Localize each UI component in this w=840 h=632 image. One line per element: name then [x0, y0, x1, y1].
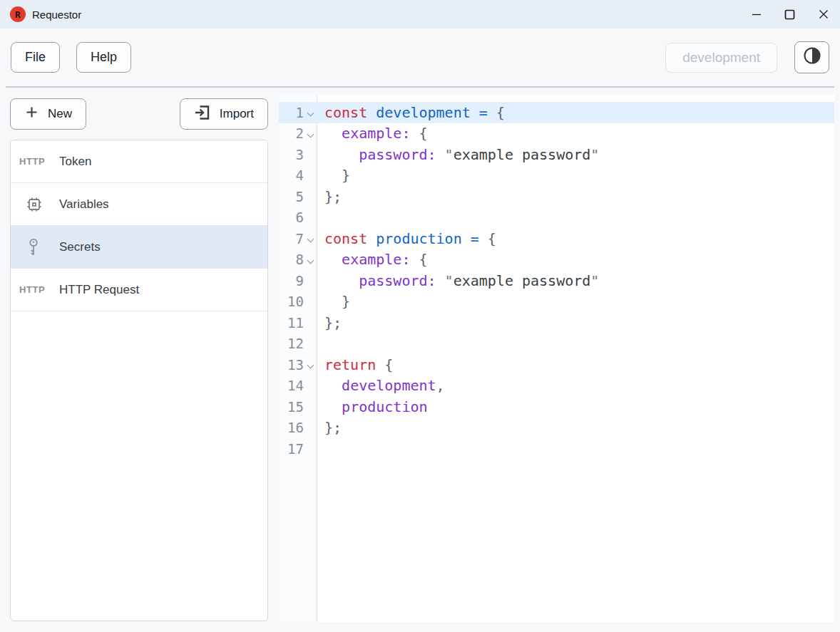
- editor-line-15[interactable]: 15 production: [279, 396, 834, 418]
- fold-arrow[interactable]: [304, 131, 317, 136]
- line-number: 16: [279, 420, 304, 435]
- app-logo-letter: R: [15, 9, 21, 20]
- sidebar-list: HTTPTokenVariablesSecretsHTTPHTTP Reques…: [10, 140, 268, 621]
- code-line: const development = {: [317, 104, 505, 121]
- code-line: password: "example password": [317, 272, 599, 289]
- code-line: };: [317, 314, 342, 331]
- code-editor[interactable]: 1const development = {2 example: {3 pass…: [279, 95, 834, 622]
- sidebar-actions: New Import: [10, 98, 268, 130]
- line-number: 10: [279, 294, 304, 309]
- code-line: const production = {: [317, 230, 496, 247]
- editor-line-16[interactable]: 16};: [279, 418, 834, 439]
- line-number: 4: [279, 167, 304, 183]
- import-icon: [194, 104, 211, 125]
- line-number: 14: [279, 378, 304, 393]
- line-number: 9: [279, 273, 304, 289]
- titlebar: R Requestor: [0, 0, 840, 29]
- window-controls: [739, 0, 840, 29]
- line-number: 1: [279, 105, 304, 120]
- new-button[interactable]: New: [10, 98, 86, 130]
- sidebar-item-label: Variables: [59, 197, 109, 212]
- key-icon: [19, 238, 59, 257]
- maximize-icon[interactable]: [773, 0, 806, 29]
- http-badge: HTTP: [19, 284, 59, 295]
- sidebar-item-label: Token: [59, 155, 91, 169]
- editor-line-12[interactable]: 12: [279, 333, 834, 355]
- import-button-label: Import: [220, 107, 254, 121]
- sidebar: New Import HTTPTokenVariablesSecretsHTTP…: [0, 88, 268, 632]
- editor-line-3[interactable]: 3 password: "example password": [279, 144, 834, 165]
- line-number: 17: [279, 441, 304, 457]
- sidebar-item-label: HTTP Request: [59, 283, 139, 297]
- fold-arrow[interactable]: [304, 257, 317, 262]
- line-number: 13: [279, 357, 304, 373]
- code-line: }: [317, 167, 350, 184]
- sidebar-item-label: Secrets: [59, 240, 101, 254]
- code-line: return {: [317, 356, 393, 373]
- theme-toggle-button[interactable]: [794, 41, 829, 73]
- line-number: 6: [279, 209, 304, 225]
- code-line: example: {: [317, 251, 428, 268]
- sidebar-item-http-request[interactable]: HTTPHTTP Request: [11, 269, 267, 311]
- code-line: }: [317, 293, 350, 310]
- fold-arrow[interactable]: [304, 236, 317, 241]
- editor-line-9[interactable]: 9 password: "example password": [279, 270, 834, 291]
- editor-line-13[interactable]: 13return {: [279, 354, 834, 375]
- sidebar-item-variables[interactable]: Variables: [11, 183, 267, 226]
- chip-icon: [19, 196, 59, 213]
- editor-line-11[interactable]: 11};: [279, 312, 834, 333]
- editor-line-8[interactable]: 8 example: {: [279, 249, 834, 271]
- line-number: 5: [279, 189, 304, 204]
- editor-line-1[interactable]: 1const development = {: [279, 102, 834, 123]
- code-line: password: "example password": [317, 146, 599, 163]
- http-badge: HTTP: [19, 156, 59, 167]
- line-number: 3: [279, 147, 304, 162]
- import-button[interactable]: Import: [180, 98, 268, 130]
- line-number: 7: [279, 231, 304, 247]
- line-number: 2: [279, 125, 304, 141]
- sidebar-item-secrets[interactable]: Secrets: [11, 226, 267, 269]
- line-number: 11: [279, 315, 304, 331]
- contrast-icon: [802, 46, 822, 69]
- editor-line-6[interactable]: 6: [279, 207, 834, 229]
- close-icon[interactable]: [806, 0, 840, 29]
- fold-arrow[interactable]: [304, 362, 317, 367]
- environment-button[interactable]: development: [665, 43, 777, 73]
- editor-line-4[interactable]: 4 }: [279, 165, 834, 187]
- app-logo-icon: R: [10, 6, 26, 22]
- editor-lines: 1const development = {2 example: {3 pass…: [279, 95, 834, 460]
- line-number: 8: [279, 252, 304, 267]
- code-line: };: [317, 188, 342, 205]
- main-content: New Import HTTPTokenVariablesSecretsHTTP…: [0, 88, 840, 632]
- code-line: production: [317, 398, 428, 415]
- editor-line-5[interactable]: 5};: [279, 186, 834, 207]
- app-title: Requestor: [32, 9, 81, 21]
- fold-arrow[interactable]: [304, 110, 317, 115]
- line-number: 15: [279, 399, 304, 415]
- sidebar-item-token[interactable]: HTTPToken: [11, 140, 267, 183]
- file-menu-button[interactable]: File: [11, 42, 60, 73]
- code-line: };: [317, 419, 342, 436]
- new-button-label: New: [48, 107, 72, 121]
- toolbar: File Help development: [0, 29, 840, 86]
- line-number: 12: [279, 336, 304, 351]
- editor-line-17[interactable]: 17: [279, 438, 834, 460]
- code-line: development,: [317, 377, 445, 394]
- editor-line-7[interactable]: 7const production = {: [279, 228, 834, 249]
- editor-line-14[interactable]: 14 development,: [279, 375, 834, 397]
- editor-line-2[interactable]: 2 example: {: [279, 123, 834, 145]
- plus-icon: [24, 105, 39, 123]
- help-menu-button[interactable]: Help: [76, 42, 131, 73]
- minimize-icon[interactable]: [739, 0, 773, 29]
- code-line: example: {: [317, 125, 428, 142]
- editor-line-10[interactable]: 10 }: [279, 291, 834, 313]
